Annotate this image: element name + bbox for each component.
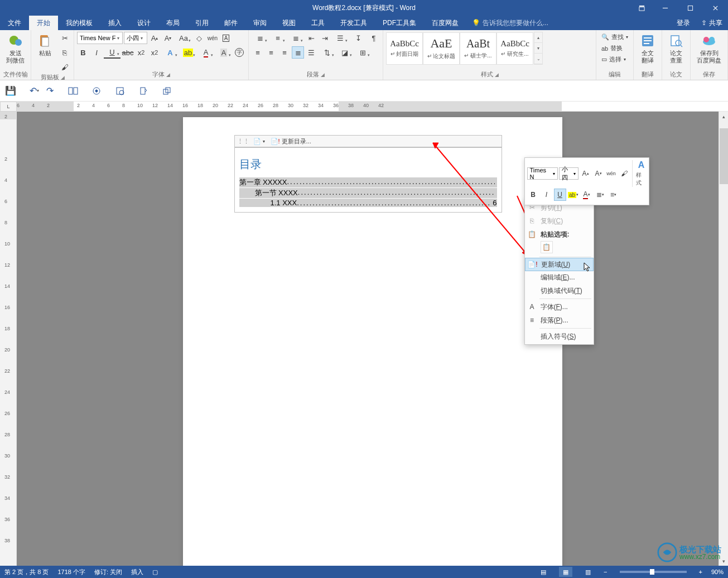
tab-tools[interactable]: 工具 (303, 16, 332, 30)
qat-redo-button[interactable]: ↷ (44, 85, 56, 97)
close-button[interactable] (703, 0, 728, 16)
align-center-button[interactable]: ≡ (265, 46, 277, 59)
copy-button[interactable]: ⎘ (59, 46, 71, 59)
format-painter-button[interactable]: 🖌 (59, 61, 71, 73)
clipboard-launcher[interactable]: ◢ (61, 75, 65, 80)
zoom-in-button[interactable]: + (699, 569, 702, 575)
paragraph-launcher[interactable]: ◢ (321, 72, 325, 78)
view-web-button[interactable]: ▥ (581, 567, 595, 577)
tab-file[interactable]: 文件 (0, 16, 29, 30)
styles-launcher[interactable]: ◢ (495, 72, 499, 78)
line-spacing-button[interactable]: ⇅▾ (319, 46, 335, 59)
toc-handle[interactable]: ⋮⋮ 📄▾ 📄! 更新目录... (234, 135, 502, 147)
shading-button[interactable]: ◪▾ (336, 46, 353, 59)
mini-numbering[interactable]: ≡▾ (608, 189, 620, 201)
shrink-font-button[interactable]: A▾ (162, 32, 174, 44)
login-button[interactable]: 登录 (671, 16, 696, 30)
font-color-button[interactable]: A▾ (197, 46, 214, 59)
text-effects-button[interactable]: A▾ (162, 46, 179, 59)
phonetic-guide-button[interactable]: wén (206, 32, 219, 44)
ribbon-display-options[interactable] (630, 0, 653, 16)
dupcheck-button[interactable]: 论文 查重 (665, 32, 687, 65)
mini-font-color[interactable]: A▾ (581, 189, 593, 201)
mini-size-combo[interactable]: 小四▾ (559, 167, 578, 180)
grow-font-button[interactable]: A▴ (148, 32, 161, 44)
status-track[interactable]: 修订: 关闭 (94, 568, 122, 576)
tab-insert[interactable]: 插入 (100, 16, 129, 30)
select-button[interactable]: ▭选择 ▾ (599, 54, 630, 65)
highlight-button[interactable]: ab▾ (180, 46, 196, 59)
distributed-button[interactable]: ☰ (305, 46, 317, 59)
mini-underline[interactable]: U (554, 189, 566, 201)
vertical-ruler[interactable]: 22468101214161820222426283032343638 (0, 112, 17, 566)
increase-indent-button[interactable]: ⇥ (319, 32, 331, 44)
send-to-wechat-button[interactable]: 发送 到微信 (3, 32, 28, 65)
translate-button[interactable]: 全文 翻译 (637, 32, 659, 65)
sort-button[interactable]: ↧ (350, 32, 367, 44)
change-case-button[interactable]: Aa▾ (175, 32, 192, 44)
tab-layout[interactable]: 布局 (158, 16, 187, 30)
show-marks-button[interactable]: ¶ (368, 32, 380, 44)
mini-bold[interactable]: B (527, 189, 539, 201)
status-words[interactable]: 1718 个字 (57, 568, 85, 576)
style-item-0[interactable]: AaBbCc↵ 封面日期 (386, 32, 423, 65)
justify-button[interactable]: ≣ (292, 46, 304, 59)
tab-references[interactable]: 引用 (187, 16, 216, 30)
status-macro[interactable]: ▢ (152, 569, 158, 576)
numbering-button[interactable]: ≡▾ (269, 32, 286, 44)
tab-design[interactable]: 设计 (129, 16, 158, 30)
superscript-button[interactable]: x2 (148, 46, 161, 59)
underline-button[interactable]: U▾ (104, 46, 120, 59)
tab-view[interactable]: 视图 (274, 16, 303, 30)
clear-formatting-button[interactable]: ◇ (193, 32, 205, 44)
style-gallery[interactable]: AaBbCc↵ 封面日期 AaE↵ 论文标题 AaBt↵ 硕士学... AaBb… (386, 32, 543, 65)
cut-button[interactable]: ✂ (59, 32, 71, 44)
view-print-button[interactable]: ▦ (559, 567, 572, 577)
font-name-combo[interactable]: Times New F▾ (77, 32, 123, 44)
mini-font-combo[interactable]: Times N▾ (527, 167, 558, 180)
toc-line-1[interactable]: 第一章 XXXXX...............................… (239, 177, 497, 187)
vertical-scrollbar[interactable]: ▴ ▾ (719, 112, 728, 566)
qat-btn-7[interactable] (137, 85, 150, 97)
toc-menu-button[interactable]: 📄▾ (252, 137, 267, 146)
zoom-slider[interactable] (620, 571, 687, 573)
mini-shrink-font[interactable]: A▾ (592, 167, 604, 180)
qat-btn-8[interactable] (161, 85, 173, 97)
bullets-button[interactable]: ≣▾ (252, 32, 268, 44)
horizontal-ruler[interactable]: 6422468101214161820222426283032343638404… (17, 102, 728, 112)
font-launcher[interactable]: ◢ (166, 72, 170, 78)
toc-update-button[interactable]: 📄! 更新目录... (269, 137, 313, 146)
qat-btn-4[interactable] (67, 85, 79, 97)
mini-italic[interactable]: I (541, 189, 553, 201)
tab-review[interactable]: 审阅 (245, 16, 274, 30)
style-gallery-expand[interactable]: ▴▾⌄ (534, 32, 543, 65)
tab-home[interactable]: 开始 (29, 16, 58, 30)
minimize-button[interactable] (653, 0, 678, 16)
ctx-toggle-codes[interactable]: 切换域代码(T) (525, 284, 594, 297)
asian-layout-button[interactable]: ☰▾ (332, 32, 349, 44)
font-size-combo[interactable]: 小四▾ (124, 32, 147, 44)
borders-button[interactable]: ⊞▾ (354, 46, 371, 59)
tab-developer[interactable]: 开发工具 (332, 16, 375, 30)
subscript-button[interactable]: x2 (135, 46, 147, 59)
tab-mailings[interactable]: 邮件 (216, 16, 245, 30)
decrease-indent-button[interactable]: ⇤ (305, 32, 317, 44)
align-right-button[interactable]: ≡ (278, 46, 291, 59)
mini-format-painter[interactable]: 🖌 (618, 167, 630, 180)
scroll-thumb[interactable] (720, 128, 728, 184)
find-button[interactable]: 🔍查找 ▾ (599, 32, 630, 42)
multilevel-list-button[interactable]: ≣▾ (287, 32, 304, 44)
qat-save-button[interactable]: 💾 (4, 85, 17, 97)
tab-baidu[interactable]: 百度网盘 (424, 16, 466, 30)
style-item-2[interactable]: AaBt↵ 硕士学... (460, 32, 496, 65)
mini-styles-button[interactable]: A 样式 (632, 160, 647, 187)
style-item-3[interactable]: AaBbCc↵ 研究生... (496, 32, 533, 65)
align-left-button[interactable]: ≡ (252, 46, 264, 59)
share-button[interactable]: ⇪ 共享 (696, 16, 728, 30)
italic-button[interactable]: I (90, 46, 103, 59)
tab-mytemplate[interactable]: 我的模板 (58, 16, 100, 30)
character-shading-button[interactable]: A▾ (215, 46, 232, 59)
status-page[interactable]: 第 2 页，共 8 页 (4, 568, 49, 576)
mini-highlight[interactable]: ab▾ (567, 189, 580, 201)
toc-line-2[interactable]: 第一节 XXXX................................… (239, 188, 497, 198)
